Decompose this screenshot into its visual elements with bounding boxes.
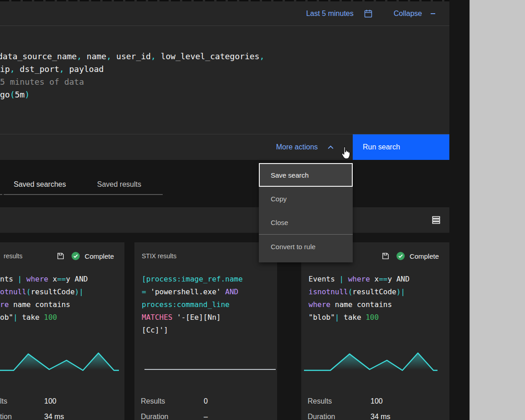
menu-item-save-search[interactable]: Save search xyxy=(259,163,353,187)
collapse-label: Collapse xyxy=(394,10,422,18)
stat-duration: tion 34 ms xyxy=(0,412,124,420)
time-range-picker[interactable]: Last 5 minutes xyxy=(306,9,373,18)
stat-label: Duration xyxy=(141,412,204,420)
result-card-stix[interactable]: STIX results [process:image_ref.name= 'p… xyxy=(134,242,277,420)
screen: Last 5 minutes Collapse data_ xyxy=(0,0,525,420)
adjacent-page-background xyxy=(469,0,525,420)
stat-duration: Duration – xyxy=(134,412,277,420)
result-cards: results xyxy=(0,242,449,420)
results-sparkline xyxy=(0,349,124,376)
status-label: Complete xyxy=(85,252,114,260)
card-header: results xyxy=(0,242,124,261)
stat-label: Duration xyxy=(308,412,371,420)
more-actions-button[interactable]: More actions xyxy=(259,134,352,160)
result-card-events-right[interactable]: Complete Events | where x==y ANDisnotnul… xyxy=(301,242,449,420)
rows-view-icon[interactable] xyxy=(431,215,441,225)
saved-section: Saved searches Saved results xyxy=(0,160,449,207)
card-stats: Results 100 Duration 34 ms xyxy=(301,397,449,420)
search-workspace: Last 5 minutes Collapse data_ xyxy=(0,0,449,420)
status-label: Complete xyxy=(410,252,439,260)
results-toolbar xyxy=(0,207,449,233)
more-actions-menu: Save search Copy Close Convert to rule xyxy=(259,163,353,262)
stat-label: Results xyxy=(308,397,371,406)
run-search-button[interactable]: Run search xyxy=(353,134,449,160)
menu-item-convert-to-rule[interactable]: Convert to rule xyxy=(259,235,353,258)
save-icon[interactable] xyxy=(57,252,65,260)
stat-label: lts xyxy=(0,397,44,406)
tab-label: Saved results xyxy=(97,180,141,189)
collapse-button[interactable]: Collapse xyxy=(394,10,437,18)
card-header: STIX results xyxy=(134,242,277,261)
card-code-block: [process:image_ref.name= 'powershell.exe… xyxy=(134,273,277,340)
stat-label: Results xyxy=(141,397,204,406)
tab-label: Saved searches xyxy=(14,180,66,189)
query-toolbar: Last 5 minutes Collapse xyxy=(0,1,449,26)
stat-results: lts 100 xyxy=(0,397,124,406)
time-range-label: Last 5 minutes xyxy=(306,10,354,18)
stat-value: 0 xyxy=(204,397,208,406)
result-card-events-left[interactable]: results xyxy=(0,242,124,420)
app-panel: Last 5 minutes Collapse data_ xyxy=(0,0,469,420)
stat-value: 100 xyxy=(44,397,57,406)
menu-item-close[interactable]: Close xyxy=(259,210,353,234)
results-sparkline xyxy=(301,349,449,376)
save-icon[interactable] xyxy=(381,252,390,260)
minus-icon xyxy=(429,10,437,17)
stat-value: 100 xyxy=(371,397,383,406)
card-status: Complete xyxy=(381,251,439,261)
tab-saved-searches[interactable]: Saved searches xyxy=(4,173,88,195)
tab-bar: Saved searches Saved results xyxy=(4,173,449,195)
stat-duration: Duration 34 ms xyxy=(301,412,449,420)
card-stats: Results 0 Duration – xyxy=(134,397,277,420)
stat-value: 34 ms xyxy=(371,412,391,420)
stat-results: Results 0 xyxy=(134,397,277,406)
card-status: Complete xyxy=(57,251,114,261)
calendar-icon[interactable] xyxy=(364,9,373,18)
complete-check-icon xyxy=(396,251,405,261)
results-sparkline xyxy=(134,349,277,376)
tab-saved-results[interactable]: Saved results xyxy=(88,173,163,195)
card-title: STIX results xyxy=(142,252,176,260)
complete-check-icon xyxy=(71,251,80,261)
query-editor[interactable]: data_source_name, name, user_id, low_lev… xyxy=(0,26,449,134)
stat-label: tion xyxy=(0,412,44,420)
card-title: results xyxy=(4,252,22,260)
tab-fragment xyxy=(0,194,2,195)
stat-value: 34 ms xyxy=(44,412,64,420)
card-stats: lts 100 tion 34 ms xyxy=(0,397,124,420)
stat-value: – xyxy=(204,412,208,420)
chevron-up-icon xyxy=(327,143,335,151)
more-actions-label: More actions xyxy=(276,143,318,151)
card-code-block: Events | where x==y ANDisnotnull(resultC… xyxy=(301,273,449,340)
stat-results: Results 100 xyxy=(301,397,449,406)
card-code-block: nts | where x==y ANDotnull(resultCode)|r… xyxy=(0,273,124,340)
action-bar: More actions Run search xyxy=(0,134,449,160)
menu-item-copy[interactable]: Copy xyxy=(259,187,353,210)
